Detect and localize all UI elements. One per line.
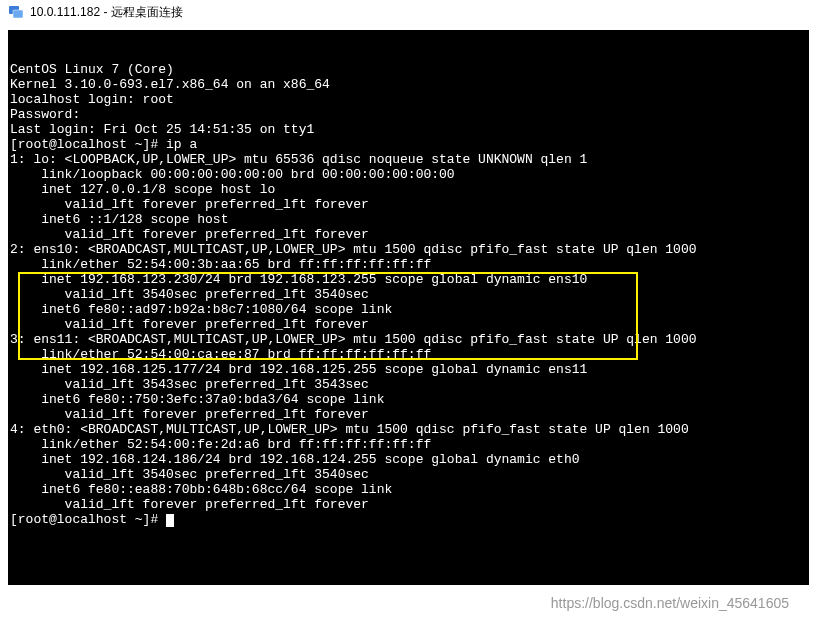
terminal-line: inet6 fe80::750:3efc:37a0:bda3/64 scope … (8, 392, 809, 407)
terminal-line: link/ether 52:54:00:3b:aa:65 brd ff:ff:f… (8, 257, 809, 272)
terminal-line: inet 127.0.0.1/8 scope host lo (8, 182, 809, 197)
terminal-line: valid_lft forever preferred_lft forever (8, 227, 809, 242)
terminal-output[interactable]: CentOS Linux 7 (Core)Kernel 3.10.0-693.e… (8, 30, 809, 585)
terminal-line: valid_lft 3540sec preferred_lft 3540sec (8, 467, 809, 482)
terminal-line: inet 192.168.125.177/24 brd 192.168.125.… (8, 362, 809, 377)
terminal-line: valid_lft forever preferred_lft forever (8, 317, 809, 332)
terminal-line: 1: lo: <LOOPBACK,UP,LOWER_UP> mtu 65536 … (8, 152, 809, 167)
terminal-line: valid_lft 3543sec preferred_lft 3543sec (8, 377, 809, 392)
terminal-line: link/ether 52:54:00:ca:ee:87 brd ff:ff:f… (8, 347, 809, 362)
rdp-icon (8, 4, 24, 20)
terminal-line: [root@localhost ~]# ip a (8, 137, 809, 152)
terminal-line: inet 192.168.124.186/24 brd 192.168.124.… (8, 452, 809, 467)
terminal-line: localhost login: root (8, 92, 809, 107)
terminal-line: [root@localhost ~]# (8, 512, 809, 527)
terminal-line: link/loopback 00:00:00:00:00:00 brd 00:0… (8, 167, 809, 182)
window-title: 10.0.111.182 - 远程桌面连接 (30, 4, 183, 21)
terminal-line: 3: ens11: <BROADCAST,MULTICAST,UP,LOWER_… (8, 332, 809, 347)
window-title-bar: 10.0.111.182 - 远程桌面连接 (0, 0, 817, 24)
terminal-line: link/ether 52:54:00:fe:2d:a6 brd ff:ff:f… (8, 437, 809, 452)
terminal-line: valid_lft 3540sec preferred_lft 3540sec (8, 287, 809, 302)
terminal-line: Password: (8, 107, 809, 122)
terminal-line: inet6 fe80::ad97:b92a:b8c7:1080/64 scope… (8, 302, 809, 317)
terminal-line: inet 192.168.123.230/24 brd 192.168.123.… (8, 272, 809, 287)
terminal-line: CentOS Linux 7 (Core) (8, 62, 809, 77)
terminal-line: Kernel 3.10.0-693.el7.x86_64 on an x86_6… (8, 77, 809, 92)
watermark: https://blog.csdn.net/weixin_45641605 (551, 595, 789, 611)
terminal-line: 2: ens10: <BROADCAST,MULTICAST,UP,LOWER_… (8, 242, 809, 257)
terminal-line: valid_lft forever preferred_lft forever (8, 197, 809, 212)
terminal-line: inet6 fe80::ea88:70bb:648b:68cc/64 scope… (8, 482, 809, 497)
terminal-cursor (166, 514, 174, 527)
terminal-line: inet6 ::1/128 scope host (8, 212, 809, 227)
terminal-line: valid_lft forever preferred_lft forever (8, 407, 809, 422)
svg-rect-1 (13, 10, 23, 18)
terminal-line: 4: eth0: <BROADCAST,MULTICAST,UP,LOWER_U… (8, 422, 809, 437)
terminal-line: valid_lft forever preferred_lft forever (8, 497, 809, 512)
terminal-line: Last login: Fri Oct 25 14:51:35 on tty1 (8, 122, 809, 137)
